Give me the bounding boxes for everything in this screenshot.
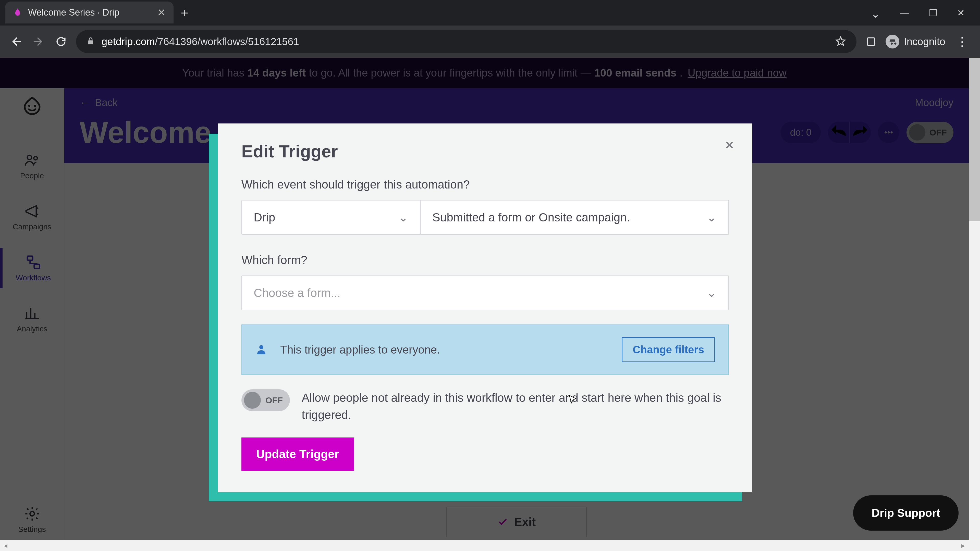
toggle-knob-icon bbox=[244, 392, 261, 409]
incognito-label: Incognito bbox=[904, 36, 945, 48]
update-trigger-button[interactable]: Update Trigger bbox=[242, 437, 354, 471]
vertical-scrollbar[interactable] bbox=[969, 58, 980, 551]
chrome-menu-icon[interactable]: ⋮ bbox=[953, 35, 971, 49]
window-controls: ⌄ ― ❐ ✕ bbox=[871, 0, 980, 20]
change-filters-button[interactable]: Change filters bbox=[622, 337, 715, 362]
window-close-icon[interactable]: ✕ bbox=[957, 8, 965, 20]
window-maximize-icon[interactable]: ❐ bbox=[929, 8, 937, 20]
scroll-right-icon[interactable]: ▸ bbox=[958, 540, 969, 551]
modal-close-icon[interactable]: ✕ bbox=[724, 138, 735, 152]
filter-info-box: This trigger applies to everyone. Change… bbox=[242, 324, 729, 375]
scroll-thumb[interactable] bbox=[969, 58, 980, 221]
svg-rect-1 bbox=[867, 38, 875, 45]
browser-tab[interactable]: Welcome Series · Drip ✕ bbox=[5, 2, 173, 24]
allow-entry-toggle[interactable]: OFF bbox=[242, 389, 290, 411]
tab-title: Welcome Series · Drip bbox=[28, 7, 151, 18]
question-event: Which event should trigger this automati… bbox=[242, 178, 729, 191]
mouse-cursor-icon bbox=[568, 394, 578, 406]
tab-close-icon[interactable]: ✕ bbox=[157, 6, 166, 18]
event-select[interactable]: Submitted a form or Onsite campaign. ⌄ bbox=[421, 200, 729, 234]
drip-favicon-icon bbox=[13, 7, 22, 18]
window-titlebar: Welcome Series · Drip ✕ ＋ ⌄ ― ❐ ✕ bbox=[0, 0, 980, 25]
allow-entry-description: Allow people not already in this workflo… bbox=[302, 389, 729, 423]
form-select[interactable]: Choose a form... ⌄ bbox=[242, 276, 729, 310]
question-form: Which form? bbox=[242, 253, 729, 267]
chevron-down-icon: ⌄ bbox=[707, 286, 717, 300]
nav-back-button[interactable] bbox=[9, 34, 24, 49]
tab-search-icon[interactable]: ⌄ bbox=[871, 8, 880, 20]
extensions-icon[interactable] bbox=[864, 35, 878, 48]
drip-support-button[interactable]: Drip Support bbox=[853, 495, 959, 530]
nav-reload-button[interactable] bbox=[54, 34, 68, 49]
nav-forward-button[interactable] bbox=[31, 34, 46, 49]
person-icon bbox=[255, 343, 267, 356]
svg-rect-0 bbox=[88, 40, 93, 44]
profile-incognito[interactable]: Incognito bbox=[886, 35, 945, 48]
window-minimize-icon[interactable]: ― bbox=[900, 8, 909, 20]
chevron-down-icon: ⌄ bbox=[398, 210, 408, 224]
page-viewport: Your trial has 14 days left to go. All t… bbox=[0, 58, 980, 551]
horizontal-scrollbar[interactable]: ◂ ▸ bbox=[0, 540, 969, 551]
scroll-left-icon[interactable]: ◂ bbox=[0, 540, 11, 551]
browser-toolbar: getdrip.com/7641396/workflows/516121561 … bbox=[0, 25, 980, 58]
chevron-down-icon: ⌄ bbox=[707, 210, 717, 224]
bookmark-star-icon[interactable] bbox=[835, 35, 846, 48]
modal-title: Edit Trigger bbox=[242, 141, 729, 161]
edit-trigger-modal: Edit Trigger ✕ Which event should trigge… bbox=[209, 124, 752, 492]
address-bar[interactable]: getdrip.com/7641396/workflows/516121561 bbox=[76, 30, 856, 53]
filter-text: This trigger applies to everyone. bbox=[280, 343, 609, 356]
lock-icon bbox=[86, 37, 95, 46]
url-text: getdrip.com/7641396/workflows/516121561 bbox=[102, 36, 299, 48]
new-tab-button[interactable]: ＋ bbox=[173, 2, 196, 24]
provider-select[interactable]: Drip ⌄ bbox=[242, 200, 421, 234]
incognito-icon bbox=[886, 35, 899, 48]
